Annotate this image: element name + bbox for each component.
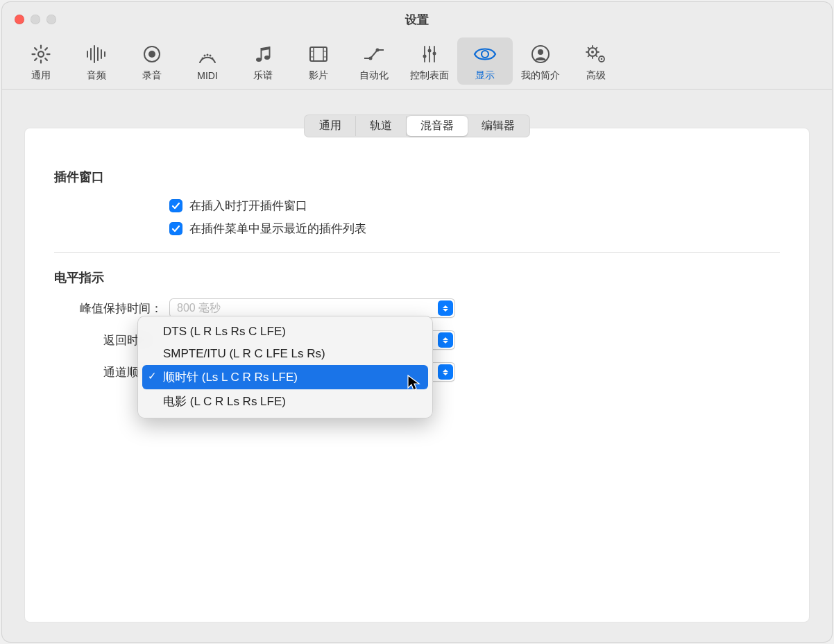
- menu-item-label: DTS (L R Ls Rs C LFE): [163, 325, 286, 338]
- checkmark-icon: ✓: [148, 370, 157, 382]
- preferences-toolbar: 通用 音频 录音 MIDI 乐谱: [2, 37, 832, 90]
- stepper-icon: [438, 332, 453, 348]
- row-peak-hold: 峰值保持时间： 800 毫秒: [54, 298, 780, 318]
- toolbar-label: 影片: [309, 69, 328, 82]
- automation-icon: [362, 42, 386, 67]
- checkbox-row-open-on-insert[interactable]: 在插入时打开插件窗口: [169, 198, 780, 214]
- checkbox-row-show-recent[interactable]: 在插件菜单中显示最近的插件列表: [169, 221, 780, 237]
- menu-item-label: 顺时针 (Ls L C R Rs LFE): [163, 371, 298, 384]
- toolbar-tab-score[interactable]: 乐谱: [235, 37, 291, 85]
- user-icon: [530, 42, 551, 67]
- toolbar-tab-recording[interactable]: 录音: [124, 37, 180, 85]
- toolbar-label: 乐谱: [253, 69, 273, 82]
- toolbar-tab-my-info[interactable]: 我的简介: [513, 37, 568, 85]
- svg-point-47: [601, 58, 603, 60]
- menu-item-smpte[interactable]: SMPTE/ITU (L R C LFE Ls Rs): [142, 343, 428, 365]
- svg-point-33: [482, 51, 488, 58]
- menu-item-label: 电影 (L C R Ls Rs LFE): [163, 395, 286, 408]
- settings-window: 设置 通用 音频 录音 MIDI: [2, 2, 832, 642]
- label-peak-hold: 峰值保持时间：: [54, 300, 162, 316]
- sliders-icon: [419, 42, 440, 67]
- toolbar-label: 高级: [586, 69, 606, 82]
- popup-value: 800 毫秒: [177, 301, 221, 316]
- toolbar-tab-advanced[interactable]: 高级: [568, 37, 624, 85]
- gear-icon: [31, 42, 51, 67]
- music-notes-icon: [253, 42, 273, 67]
- svg-line-44: [588, 56, 589, 56]
- checkbox-checked-icon[interactable]: [169, 222, 182, 235]
- mixer-settings-panel: 插件窗口 在插入时打开插件窗口 在插件菜单中显示最近的插件列表 电平指示 峰值保…: [24, 128, 810, 622]
- toolbar-label: 录音: [142, 69, 162, 82]
- svg-point-11: [212, 57, 214, 59]
- toolbar-tab-automation[interactable]: 自动化: [346, 37, 402, 85]
- toolbar-label: 音频: [87, 69, 106, 82]
- eye-icon: [473, 42, 497, 67]
- toolbar-label: 通用: [31, 69, 51, 82]
- subtab-editor[interactable]: 编辑器: [468, 116, 529, 136]
- svg-point-32: [433, 51, 436, 55]
- svg-point-31: [428, 49, 432, 52]
- toolbar-label: MIDI: [197, 70, 218, 81]
- subtabs: 通用 轨道 混音器 编辑器: [24, 115, 810, 137]
- svg-point-25: [369, 56, 373, 60]
- gears-icon: [584, 42, 608, 67]
- svg-line-45: [596, 47, 597, 48]
- svg-point-9: [202, 57, 204, 59]
- toolbar-label: 我的简介: [521, 69, 560, 82]
- toolbar-tab-movie[interactable]: 影片: [291, 37, 346, 85]
- toolbar-tab-audio[interactable]: 音频: [69, 37, 124, 85]
- svg-line-42: [588, 47, 589, 48]
- menu-item-label: SMPTE/ITU (L R C LFE Ls Rs): [163, 347, 325, 360]
- waveform-icon: [85, 42, 108, 67]
- svg-point-37: [591, 51, 594, 53]
- titlebar: 设置: [2, 2, 832, 37]
- close-window-button[interactable]: [15, 15, 24, 24]
- section-title-plugin-window: 插件窗口: [54, 169, 780, 185]
- subtab-general[interactable]: 通用: [305, 116, 356, 136]
- stepper-icon: [438, 300, 453, 316]
- checkbox-checked-icon[interactable]: [169, 199, 182, 212]
- toolbar-label: 控制表面: [410, 69, 449, 82]
- svg-point-35: [538, 49, 543, 55]
- menu-item-film[interactable]: 电影 (L C R Ls Rs LFE): [142, 389, 428, 414]
- svg-point-30: [423, 54, 427, 58]
- minimize-window-button[interactable]: [31, 15, 40, 24]
- menu-item-dts[interactable]: DTS (L R Ls Rs C LFE): [142, 321, 428, 343]
- midi-icon: [197, 42, 218, 67]
- svg-line-43: [596, 56, 597, 56]
- svg-rect-18: [310, 47, 327, 61]
- toolbar-tab-general[interactable]: 通用: [13, 37, 69, 85]
- toolbar-tab-midi[interactable]: MIDI: [180, 38, 235, 84]
- stepper-icon: [438, 364, 453, 380]
- subtab-mixer[interactable]: 混音器: [407, 116, 468, 136]
- toolbar-tab-control-surfaces[interactable]: 控制表面: [402, 37, 457, 85]
- svg-point-13: [210, 54, 212, 56]
- toolbar-label: 自动化: [359, 69, 389, 82]
- checkbox-label: 在插件菜单中显示最近的插件列表: [189, 221, 366, 237]
- film-icon: [308, 42, 329, 67]
- window-title: 设置: [2, 12, 832, 28]
- checkbox-label: 在插入时打开插件窗口: [189, 198, 307, 214]
- preferences-content: 通用 轨道 混音器 编辑器 插件窗口 在插入时打开插件窗口 在插件菜单中显示最近…: [2, 90, 832, 642]
- toolbar-tab-display[interactable]: 显示: [457, 37, 513, 85]
- channel-order-dropdown: DTS (L R Ls Rs C LFE) SMPTE/ITU (L R C L…: [137, 316, 433, 418]
- section-divider: [54, 252, 780, 253]
- svg-point-10: [207, 53, 209, 56]
- svg-point-12: [204, 54, 206, 56]
- popup-peak-hold[interactable]: 800 毫秒: [169, 298, 455, 318]
- window-controls: [15, 15, 56, 24]
- svg-point-26: [376, 48, 380, 51]
- svg-point-8: [148, 51, 155, 58]
- menu-item-clockwise[interactable]: ✓ 顺时针 (Ls L C R Rs LFE): [142, 365, 428, 389]
- subtab-tracks[interactable]: 轨道: [356, 116, 407, 136]
- zoom-window-button[interactable]: [46, 15, 56, 24]
- svg-point-0: [38, 51, 44, 57]
- section-title-level-meter: 电平指示: [54, 269, 780, 286]
- record-icon: [142, 42, 162, 67]
- toolbar-label: 显示: [475, 69, 495, 82]
